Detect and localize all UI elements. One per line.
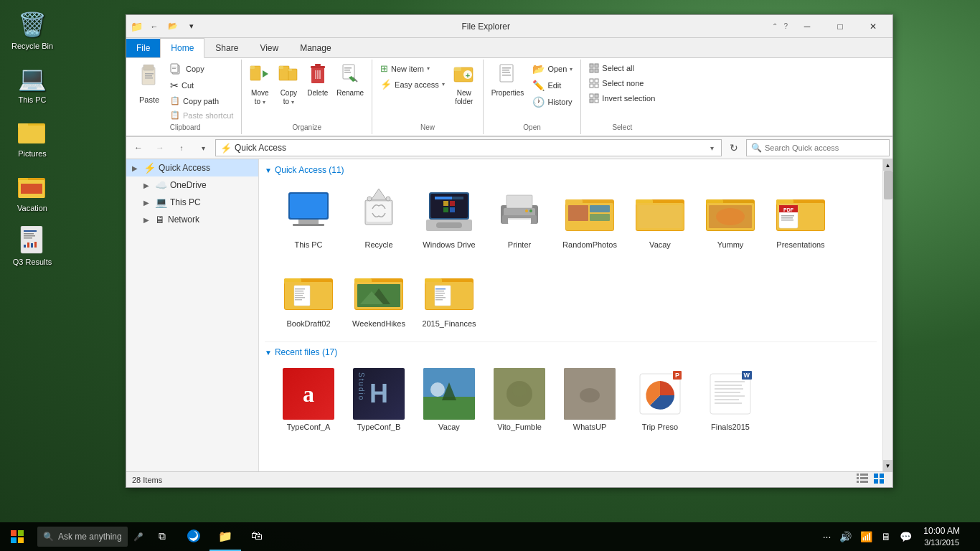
properties-button[interactable]: Properties — [488, 61, 528, 100]
file-icon-yummy[interactable]: Yummy — [698, 181, 763, 254]
recent-locations-button[interactable]: ▾ — [194, 139, 212, 156]
desktop-icon-pictures[interactable]: Pictures — [7, 115, 57, 161]
tab-view[interactable]: View — [249, 38, 289, 57]
this-pc-icon: 💻 — [18, 64, 47, 93]
close-button[interactable]: ✕ — [857, 15, 890, 38]
file-icon-bookdraft[interactable]: BookDraft02 — [276, 260, 341, 333]
select-all-button[interactable]: Select all — [585, 61, 659, 75]
up-button[interactable]: ↑ — [172, 139, 191, 156]
paste-shortcut-button[interactable]: 📋 Paste shortcut — [166, 108, 237, 122]
file-icon-presentations[interactable]: PDF Presentations — [768, 181, 833, 254]
copy-to-button[interactable]: Copyto ▾ — [275, 61, 302, 108]
this-pc-visual — [283, 186, 334, 237]
svg-rect-174 — [880, 474, 884, 478]
svg-text:PDF: PDF — [783, 207, 794, 212]
ribbon-group-new: ⊞ New item ▾ ⚡ Easy access ▾ — [372, 60, 484, 134]
cortana-mic-icon[interactable]: 🎤 — [131, 532, 146, 542]
file-icon-this-pc[interactable]: This PC — [276, 181, 341, 254]
file-icon-vacay[interactable]: Vacay — [628, 181, 692, 254]
taskbar-show-desktop[interactable] — [969, 522, 974, 551]
tray-more-icon[interactable]: ··· — [820, 531, 834, 542]
file-icon-trip-preso[interactable]: P Trip Preso — [628, 363, 692, 436]
file-icon-finances[interactable]: 2015_Finances — [417, 260, 481, 333]
scroll-thumb[interactable] — [884, 171, 892, 199]
quick-access-header[interactable]: ▼ Quick Access (11) — [265, 165, 877, 175]
new-item-button[interactable]: ⊞ New item ▾ — [377, 61, 448, 76]
file-icon-typeconf-a[interactable]: a TypeConf_A — [276, 363, 341, 436]
svg-rect-118 — [781, 220, 793, 221]
invert-selection-button[interactable]: Invert selection — [585, 91, 659, 105]
move-to-button[interactable]: Moveto ▾ — [246, 61, 273, 108]
file-icon-vacay-img[interactable]: Vacay — [417, 363, 481, 436]
scroll-up-button[interactable]: ▲ — [883, 159, 893, 171]
new-item-arrow: ▾ — [427, 65, 430, 72]
tab-file[interactable]: File — [126, 39, 160, 57]
back-button[interactable]: ← — [129, 139, 148, 156]
sidebar-item-onedrive[interactable]: ▶ ☁️ OneDrive — [126, 176, 258, 194]
taskbar-app-task-view[interactable]: ⧉ — [146, 522, 178, 551]
taskbar-clock[interactable]: 10:00 AM 3/13/2015 — [918, 525, 966, 548]
file-icon-printer[interactable]: Printer — [487, 181, 552, 254]
copy-button[interactable]: Copy — [166, 61, 237, 77]
taskbar-app-store[interactable]: 🛍 — [241, 522, 273, 551]
desktop-icon-this-pc[interactable]: 💻 This PC — [7, 61, 57, 108]
scroll-down-button[interactable]: ▼ — [883, 460, 893, 471]
file-icon-finals2015[interactable]: W Finals2015 — [698, 363, 763, 436]
svg-rect-166 — [715, 402, 742, 404]
tab-home[interactable]: Home — [160, 38, 204, 58]
file-icon-random-photos[interactable]: RandomPhotos — [557, 181, 622, 254]
qat-dropdown-btn[interactable]: ▾ — [184, 19, 199, 34]
refresh-button[interactable]: ↻ — [725, 139, 743, 156]
copy-path-button[interactable]: 📋 Copy path — [166, 94, 237, 108]
file-icon-whatsup[interactable]: WhatsUP — [557, 363, 622, 436]
scrollbar[interactable]: ▲ ▼ — [882, 159, 892, 471]
ribbon-expand-icon[interactable]: ⌃ — [769, 22, 781, 30]
qat-folder-btn[interactable]: 📂 — [165, 19, 181, 34]
tab-share[interactable]: Share — [204, 38, 249, 57]
ribbon: File Home Share View Manage — [126, 38, 892, 137]
paste-button[interactable]: Paste — [133, 61, 165, 108]
forward-button[interactable]: → — [151, 139, 169, 156]
sidebar-item-network[interactable]: ▶ 🖥 Network — [126, 211, 258, 228]
taskbar-app-file-explorer[interactable]: 📁 — [209, 522, 241, 551]
minimize-button[interactable]: ─ — [791, 15, 824, 38]
details-view-button[interactable] — [855, 474, 870, 486]
tray-network-icon[interactable]: 🖥 — [878, 531, 894, 542]
address-bar[interactable]: ⚡ Quick Access ▾ — [215, 139, 722, 156]
delete-button[interactable]: Delete — [303, 61, 331, 100]
file-icon-recycle[interactable]: Recycle — [347, 181, 411, 254]
svg-rect-99 — [590, 205, 610, 212]
maximize-button[interactable]: □ — [824, 15, 857, 38]
search-box[interactable]: 🔍 — [746, 139, 890, 156]
easy-access-button[interactable]: ⚡ Easy access ▾ — [377, 77, 448, 92]
large-icons-view-button[interactable] — [872, 474, 887, 486]
history-button[interactable]: 🕐 History — [529, 94, 576, 110]
search-input[interactable] — [765, 143, 885, 152]
select-none-button[interactable]: Select none — [585, 76, 659, 90]
file-icon-vito[interactable]: Vito_Fumble — [487, 363, 552, 436]
qat-back-btn[interactable]: ← — [146, 19, 162, 34]
file-icon-typeconf-b[interactable]: Studio H TypeConf_B — [347, 363, 411, 436]
desktop-icon-q3-results[interactable]: Q3 Results — [7, 223, 57, 270]
rename-button[interactable]: Rename — [333, 61, 367, 100]
cut-button[interactable]: ✂ Cut — [166, 77, 237, 93]
recent-files-header[interactable]: ▼ Recent files (17) — [265, 347, 877, 357]
tray-wifi-icon[interactable]: 📶 — [857, 531, 875, 542]
help-icon[interactable]: ? — [781, 22, 791, 30]
desktop-icon-recycle-bin[interactable]: 🗑️ Recycle Bin — [7, 7, 57, 54]
open-button[interactable]: 📂 Open ▾ — [529, 61, 576, 77]
sidebar-item-quick-access[interactable]: ▶ ⚡ Quick Access — [126, 159, 258, 176]
address-dropdown-icon[interactable]: ▾ — [707, 144, 717, 152]
start-button[interactable] — [0, 522, 34, 551]
sidebar-item-this-pc[interactable]: ▶ 💻 This PC — [126, 194, 258, 211]
file-icon-windows-drive[interactable]: Windows Drive — [417, 181, 481, 254]
tray-notification-icon[interactable]: 💬 — [897, 531, 915, 542]
taskbar-search[interactable]: 🔍 Ask me anything — [37, 527, 128, 547]
desktop-icon-vacation[interactable]: Vacation — [7, 169, 57, 216]
tray-volume-icon[interactable]: 🔊 — [837, 531, 854, 542]
file-icon-weekendhikes[interactable]: WeekendHikes — [347, 260, 411, 333]
tab-manage[interactable]: Manage — [289, 38, 341, 57]
new-folder-button[interactable]: + Newfolder — [450, 61, 479, 108]
taskbar-app-edge[interactable] — [178, 522, 209, 551]
edit-button[interactable]: ✏️ Edit — [529, 77, 576, 93]
